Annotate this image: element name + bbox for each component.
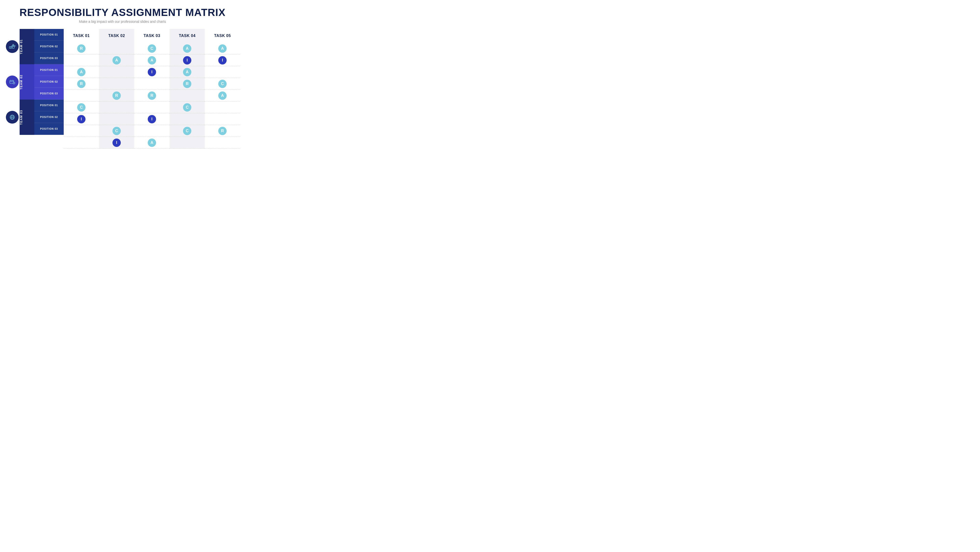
badge-a: A bbox=[148, 56, 156, 64]
task-cell-t2-p1-task4: R bbox=[170, 78, 205, 90]
task-cell-t3-p3-task2: I bbox=[99, 137, 134, 148]
task-cell-t2-p3-task5 bbox=[205, 102, 240, 113]
task-cell-t1-p3-task2 bbox=[99, 66, 134, 78]
task-column-2: TASK 02ARCI bbox=[99, 29, 134, 148]
badge-i: I bbox=[218, 56, 227, 64]
positions-col-1: POSITION 01POSITION 02POSITION 03 bbox=[34, 29, 64, 64]
left-panel: TEAM 01POSITION 01POSITION 02POSITION 03… bbox=[5, 29, 64, 148]
badge-r: R bbox=[183, 80, 191, 88]
badge-r: R bbox=[77, 45, 86, 53]
task-cell-t2-p3-task3 bbox=[134, 102, 170, 113]
task-cell-t3-p3-task1 bbox=[64, 137, 99, 148]
task-cell-t1-p1-task2 bbox=[99, 43, 134, 54]
task-column-3: TASK 03CAIRIA bbox=[134, 29, 170, 148]
task-header-5: TASK 05 bbox=[205, 29, 240, 43]
task-cell-t3-p3-task4 bbox=[170, 137, 205, 148]
right-panel: TASK 01RARCITASK 02ARCITASK 03CAIRIATASK… bbox=[64, 29, 240, 148]
badge-a: A bbox=[218, 91, 227, 100]
task-cell-t3-p2-task2: C bbox=[99, 125, 134, 137]
position-cell-3-2: POSITION 02 bbox=[34, 111, 64, 123]
badge-a: A bbox=[183, 68, 191, 76]
position-cell-2-2: POSITION 02 bbox=[34, 76, 64, 88]
task-cell-t2-p3-task1: C bbox=[64, 102, 99, 113]
task-header-1: TASK 01 bbox=[64, 29, 99, 43]
team-icon-col-1 bbox=[5, 29, 20, 64]
task-cell-t1-p1-task3: C bbox=[134, 43, 170, 54]
badge-c: C bbox=[77, 103, 86, 112]
task-cell-t3-p3-task5 bbox=[205, 137, 240, 148]
svg-point-3 bbox=[13, 45, 14, 46]
task-cell-t3-p1-task3: I bbox=[134, 113, 170, 125]
page-subtitle: Make a big impact with our professional … bbox=[79, 20, 166, 24]
badge-r: R bbox=[77, 80, 86, 88]
team-header-1: TEAM 01POSITION 01POSITION 02POSITION 03 bbox=[5, 29, 64, 64]
positions-col-2: POSITION 01POSITION 02POSITION 03 bbox=[34, 64, 64, 100]
badge-r: R bbox=[218, 127, 227, 135]
team-label-1: TEAM 01 bbox=[20, 37, 34, 56]
badge-a: A bbox=[183, 45, 191, 53]
task-cell-t2-p2-task4 bbox=[170, 90, 205, 102]
task-cell-t1-p3-task4: A bbox=[170, 66, 205, 78]
team-label-2: TEAM 02 bbox=[20, 73, 34, 91]
task-cell-t1-p2-task5: I bbox=[205, 54, 240, 66]
task-column-4: TASK 04AIARCC bbox=[170, 29, 205, 148]
badge-c: C bbox=[183, 127, 191, 135]
task-cell-t1-p2-task2: A bbox=[99, 54, 134, 66]
task-cell-t2-p1-task1: R bbox=[64, 78, 99, 90]
team-block-1: TEAM 01POSITION 01POSITION 02POSITION 03 bbox=[5, 29, 64, 64]
task-cell-t2-p1-task3 bbox=[134, 78, 170, 90]
task-column-1: TASK 01RARCI bbox=[64, 29, 99, 148]
badge-r: R bbox=[148, 91, 156, 100]
team-label-3: TEAM 03 bbox=[20, 108, 34, 127]
badge-a: A bbox=[77, 68, 86, 76]
task-cell-t1-p1-task5: A bbox=[205, 43, 240, 54]
badge-i: I bbox=[148, 68, 156, 76]
position-cell-1-1: POSITION 01 bbox=[34, 29, 64, 41]
task-header-4: TASK 04 bbox=[170, 29, 205, 43]
team-header-3: TEAM 03POSITION 01POSITION 02POSITION 03 bbox=[5, 100, 64, 135]
badge-a: A bbox=[218, 45, 227, 53]
team-block-2: TEAM 02POSITION 01POSITION 02POSITION 03 bbox=[5, 64, 64, 100]
position-cell-2-3: POSITION 03 bbox=[34, 88, 64, 100]
team-header-2: TEAM 02POSITION 01POSITION 02POSITION 03 bbox=[5, 64, 64, 100]
task-cell-t1-p2-task3: A bbox=[134, 54, 170, 66]
task-cell-t2-p2-task1 bbox=[64, 90, 99, 102]
task-cell-t2-p1-task5: C bbox=[205, 78, 240, 90]
task-cell-t1-p2-task1 bbox=[64, 54, 99, 66]
task-cell-t1-p3-task1: A bbox=[64, 66, 99, 78]
badge-i: I bbox=[77, 115, 86, 123]
task-cell-t3-p2-task1 bbox=[64, 125, 99, 137]
task-cell-t1-p3-task3: I bbox=[134, 66, 170, 78]
task-cell-t3-p1-task1: I bbox=[64, 113, 99, 125]
task-cell-t3-p3-task3: A bbox=[134, 137, 170, 148]
matrix-wrapper: TEAM 01POSITION 01POSITION 02POSITION 03… bbox=[5, 29, 240, 148]
badge-c: C bbox=[148, 45, 156, 53]
task-cell-t2-p2-task3: R bbox=[134, 90, 170, 102]
task-cell-t1-p1-task1: R bbox=[64, 43, 99, 54]
svg-point-14 bbox=[14, 83, 14, 84]
page-title: RESPONSIBILITY ASSIGNMENT MATRIX bbox=[20, 7, 226, 18]
badge-a: A bbox=[148, 139, 156, 147]
task-cell-t2-p3-task2 bbox=[99, 102, 134, 113]
task-cell-t2-p3-task4: C bbox=[170, 102, 205, 113]
badge-c: C bbox=[218, 80, 227, 88]
badge-c: C bbox=[183, 103, 191, 112]
position-cell-1-3: POSITION 03 bbox=[34, 53, 64, 64]
team-label-col-1: TEAM 01 bbox=[20, 29, 34, 64]
team-icon-3 bbox=[6, 111, 19, 124]
task-cell-t1-p1-task4: A bbox=[170, 43, 205, 54]
task-column-5: TASK 05AICAR bbox=[205, 29, 240, 148]
task-cell-t3-p1-task2 bbox=[99, 113, 134, 125]
badge-i: I bbox=[183, 56, 191, 64]
task-cell-t1-p3-task5 bbox=[205, 66, 240, 78]
position-cell-2-1: POSITION 01 bbox=[34, 64, 64, 76]
task-header-3: TASK 03 bbox=[134, 29, 170, 43]
badge-a: A bbox=[113, 56, 121, 64]
page: RESPONSIBILITY ASSIGNMENT MATRIX Make a … bbox=[0, 0, 245, 153]
task-cell-t3-p1-task5 bbox=[205, 113, 240, 125]
badge-c: C bbox=[113, 127, 121, 135]
position-cell-1-2: POSITION 02 bbox=[34, 41, 64, 53]
task-cell-t3-p1-task4 bbox=[170, 113, 205, 125]
task-cell-t1-p2-task4: I bbox=[170, 54, 205, 66]
task-cell-t2-p2-task5: A bbox=[205, 90, 240, 102]
